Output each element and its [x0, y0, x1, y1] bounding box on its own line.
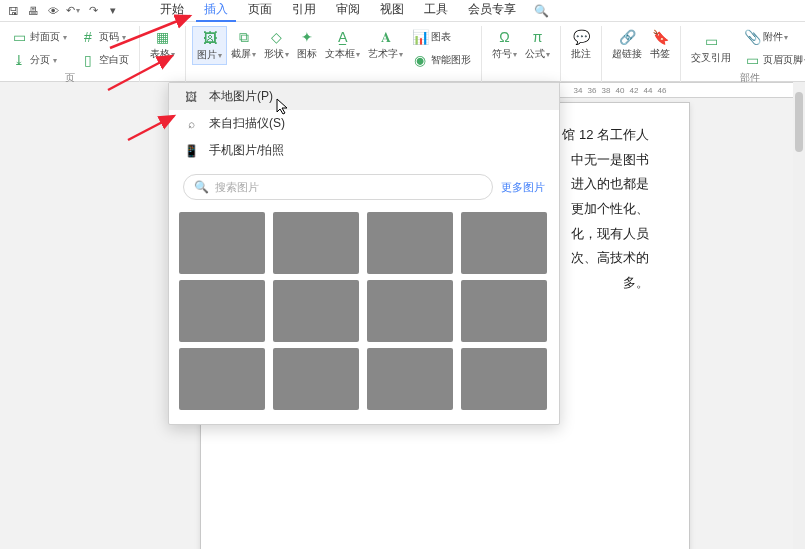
hyperlink-button[interactable]: 🔗超链接 — [608, 26, 646, 63]
undo-icon[interactable]: ↶▾ — [64, 2, 82, 20]
screenshot-button[interactable]: ⧉截屏▾ — [227, 26, 260, 63]
formula-button[interactable]: π公式▾ — [521, 26, 554, 63]
search-icon: 🔍 — [194, 180, 209, 194]
stock-image-thumb[interactable] — [461, 212, 547, 274]
search-row: 🔍 搜索图片 更多图片 — [169, 164, 559, 208]
comment-button[interactable]: 💬批注 — [567, 26, 595, 63]
menu-phone[interactable]: 📱 手机图片/拍照 — [169, 137, 559, 164]
stock-image-thumb[interactable] — [273, 280, 359, 342]
tab-view[interactable]: 视图 — [372, 0, 412, 22]
stock-image-thumb[interactable] — [367, 348, 453, 410]
image-dropdown: 🖼 本地图片(P) ⌕ 来自扫描仪(S) 📱 手机图片/拍照 🔍 搜索图片 更多… — [168, 82, 560, 425]
formula-icon: π — [529, 28, 547, 46]
tab-start[interactable]: 开始 — [152, 0, 192, 22]
menu-tabs: 开始 插入 页面 引用 审阅 视图 工具 会员专享 — [152, 0, 524, 22]
chart-button[interactable]: 📊图表 — [407, 26, 475, 48]
ribbon-group-page: ▭封面页▾ ⤓分页▾ #页码▾ ▯空白页 页 — [0, 26, 140, 82]
bookmark-icon: 🔖 — [651, 28, 669, 46]
crossref-icon: ▭ — [702, 32, 720, 50]
tab-page[interactable]: 页面 — [240, 0, 280, 22]
shapes-icon: ◇ — [268, 28, 286, 46]
stock-image-thumb[interactable] — [461, 280, 547, 342]
link-icon: 🔗 — [618, 28, 636, 46]
shapes-button[interactable]: ◇形状▾ — [260, 26, 293, 63]
vertical-scrollbar[interactable] — [793, 82, 805, 549]
textbox-icon: A̲ — [334, 28, 352, 46]
symbol-button[interactable]: Ω符号▾ — [488, 26, 521, 63]
tab-insert[interactable]: 插入 — [196, 0, 236, 22]
menu-scanner[interactable]: ⌕ 来自扫描仪(S) — [169, 110, 559, 137]
image-grid — [169, 208, 559, 424]
comment-icon: 💬 — [572, 28, 590, 46]
chart-icon: 📊 — [411, 28, 429, 46]
image-button[interactable]: 🖼图片▾ — [192, 26, 227, 65]
tab-member[interactable]: 会员专享 — [460, 0, 524, 22]
smart-icon: ◉ — [411, 51, 429, 69]
pagebreak-button[interactable]: ⤓分页▾ — [6, 49, 71, 71]
save-icon[interactable]: 🖫 — [4, 2, 22, 20]
textbox-button[interactable]: A̲文本框▾ — [321, 26, 364, 63]
wordart-icon: 𝐀 — [377, 28, 395, 46]
ribbon: ▭封面页▾ ⤓分页▾ #页码▾ ▯空白页 页 ▦表格▾ 🖼图片▾ ⧉截屏▾ ◇形… — [0, 22, 805, 82]
header-icon: ▭ — [743, 51, 761, 69]
pagenum-button[interactable]: #页码▾ — [75, 26, 133, 48]
ribbon-group-symbols: Ω符号▾ π公式▾ — [482, 26, 561, 82]
stock-image-thumb[interactable] — [367, 280, 453, 342]
symbol-icon: Ω — [496, 28, 514, 46]
stock-image-thumb[interactable] — [273, 212, 359, 274]
ribbon-group-illustrations: 🖼图片▾ ⧉截屏▾ ◇形状▾ ✦图标 A̲文本框▾ 𝐀艺术字▾ 📊图表 ◉智能图… — [186, 26, 482, 82]
stock-image-thumb[interactable] — [179, 280, 265, 342]
quick-access: 🖫 🖶 👁 ↶▾ ↷ ▾ — [4, 2, 122, 20]
smart-button[interactable]: ◉智能图形 — [407, 49, 475, 71]
wordart-button[interactable]: 𝐀艺术字▾ — [364, 26, 407, 63]
pagenum-icon: # — [79, 28, 97, 46]
pagebreak-icon: ⤓ — [10, 51, 28, 69]
screenshot-icon: ⧉ — [235, 28, 253, 46]
more-images-link[interactable]: 更多图片 — [501, 180, 545, 195]
menu-local-image[interactable]: 🖼 本地图片(P) — [169, 83, 559, 110]
tab-reference[interactable]: 引用 — [284, 0, 324, 22]
stock-image-thumb[interactable] — [367, 212, 453, 274]
paperclip-icon: 📎 — [743, 28, 761, 46]
ribbon-group-table: ▦表格▾ — [140, 26, 186, 82]
blank-button[interactable]: ▯空白页 — [75, 49, 133, 71]
table-icon: ▦ — [154, 28, 172, 46]
preview-icon[interactable]: 👁 — [44, 2, 62, 20]
phone-icon: 📱 — [183, 143, 199, 159]
stock-image-thumb[interactable] — [179, 212, 265, 274]
stock-image-thumb[interactable] — [179, 348, 265, 410]
search-icon[interactable]: 🔍 — [534, 4, 549, 18]
print-icon[interactable]: 🖶 — [24, 2, 42, 20]
tab-tools[interactable]: 工具 — [416, 0, 456, 22]
redo-icon[interactable]: ↷ — [84, 2, 102, 20]
attachment-button[interactable]: 📎附件▾ — [739, 26, 805, 48]
icons-icon: ✦ — [298, 28, 316, 46]
stock-image-thumb[interactable] — [273, 348, 359, 410]
blank-icon: ▯ — [79, 51, 97, 69]
icons-button[interactable]: ✦图标 — [293, 26, 321, 63]
picture-icon: 🖼 — [183, 89, 199, 105]
scroll-thumb[interactable] — [795, 92, 803, 152]
stock-image-thumb[interactable] — [461, 348, 547, 410]
title-bar: 🖫 🖶 👁 ↶▾ ↷ ▾ 开始 插入 页面 引用 审阅 视图 工具 会员专享 🔍 — [0, 0, 805, 22]
header-button[interactable]: ▭页眉页脚▾ — [739, 49, 805, 71]
ribbon-group-parts: ▭交叉引用 📎附件▾ ▭页眉页脚▾ 部件 — [681, 26, 805, 82]
cover-icon: ▭ — [10, 28, 28, 46]
ribbon-group-links: 🔗超链接 🔖书签 — [602, 26, 681, 82]
cover-button[interactable]: ▭封面页▾ — [6, 26, 71, 48]
crossref-button[interactable]: ▭交叉引用 — [687, 30, 735, 67]
scanner-icon: ⌕ — [183, 116, 199, 132]
image-search-input[interactable]: 🔍 搜索图片 — [183, 174, 493, 200]
tab-review[interactable]: 审阅 — [328, 0, 368, 22]
image-icon: 🖼 — [201, 29, 219, 47]
bookmark-button[interactable]: 🔖书签 — [646, 26, 674, 63]
ribbon-group-comment: 💬批注 — [561, 26, 602, 82]
more-icon[interactable]: ▾ — [104, 2, 122, 20]
table-button[interactable]: ▦表格▾ — [146, 26, 179, 63]
